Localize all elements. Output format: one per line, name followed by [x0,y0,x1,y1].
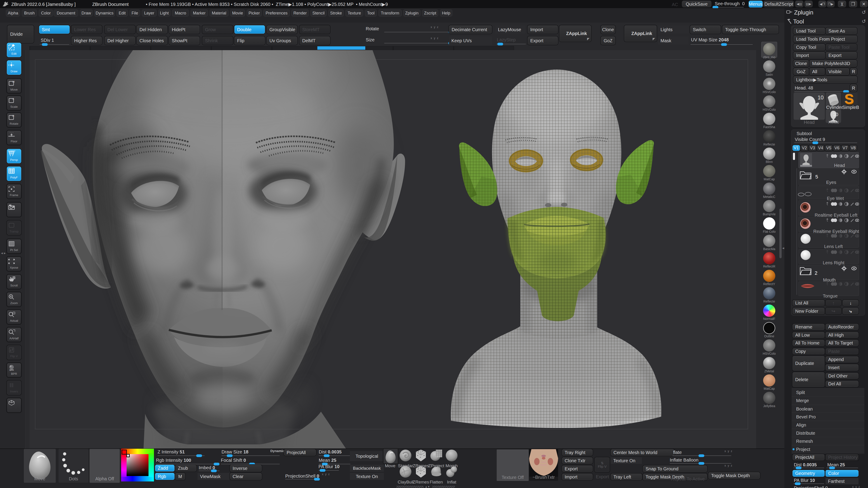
svg-text:S: S [12,98,14,100]
svg-text:BPR: BPR [9,369,14,371]
svg-text:Dynamic: Dynamic [8,150,16,152]
svg-text:R: R [12,115,14,117]
svg-text:M: M [12,80,14,83]
svg-text:x y z: x y z [10,131,13,133]
svg-text:Line Fill: Line Fill [8,167,15,169]
